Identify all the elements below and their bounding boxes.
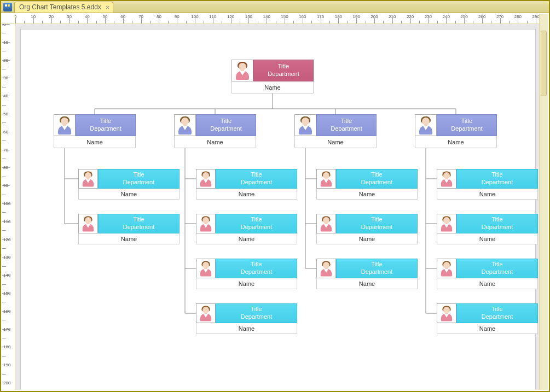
node-name: Name	[437, 323, 538, 334]
node-card: Title Department	[316, 169, 418, 189]
node-photo	[78, 214, 98, 233]
node-department: Department	[451, 125, 482, 133]
work-area: 0102030405060708090100110120130140150160…	[2, 14, 548, 390]
node-card: Title Department	[78, 169, 180, 189]
vertical-ruler: 0102030405060708090100110120130140150160…	[2, 24, 15, 390]
node-title: Title	[491, 216, 502, 224]
org-node[interactable]: Title Department Name	[437, 303, 538, 334]
node-title-box: Title Department	[98, 214, 180, 233]
node-title: Title	[251, 261, 262, 268]
app-icon	[3, 3, 12, 11]
node-title-box: Title Department	[253, 60, 314, 81]
node-card: Title Department	[437, 259, 538, 278]
node-name: Name	[196, 278, 297, 289]
node-name: Name	[316, 233, 418, 244]
org-node[interactable]: Title Department Name	[196, 169, 297, 200]
node-department: Department	[210, 125, 241, 133]
node-title-box: Title Department	[336, 259, 418, 278]
node-photo	[316, 259, 336, 278]
horizontal-ruler: 0102030405060708090100110120130140150160…	[15, 14, 539, 24]
node-title: Title	[221, 118, 231, 125]
node-title: Title	[133, 216, 144, 224]
node-name: Name	[78, 233, 180, 244]
org-node[interactable]: Title Department Name	[437, 214, 538, 244]
node-title-box: Title Department	[456, 214, 538, 233]
org-node[interactable]: Title Department Name	[231, 60, 314, 93]
document-tab[interactable]: Org Chart Templates 5.eddx ×	[14, 2, 113, 13]
org-chart-canvas[interactable]: Title Department Name Title Department N…	[21, 30, 535, 390]
scrollbar-thumb[interactable]	[541, 31, 547, 96]
node-name: Name	[316, 189, 418, 200]
node-name: Name	[437, 233, 538, 244]
org-node[interactable]: Title Department Name	[196, 259, 297, 289]
ruler-corner	[2, 14, 15, 24]
node-photo	[196, 169, 216, 189]
node-title: Title	[133, 171, 144, 179]
node-name: Name	[231, 81, 314, 93]
node-name: Name	[174, 136, 256, 148]
node-title-box: Title Department	[456, 303, 538, 323]
node-title: Title	[278, 63, 289, 71]
node-photo	[174, 114, 196, 136]
avatar-icon	[199, 261, 213, 277]
canvas-viewport[interactable]: Title Department Name Title Department N…	[15, 24, 539, 390]
node-name: Name	[415, 136, 497, 148]
node-title-box: Title Department	[196, 114, 256, 136]
node-department: Department	[241, 268, 272, 276]
avatar-icon	[439, 261, 454, 277]
avatar-icon	[199, 216, 213, 232]
node-name: Name	[294, 136, 377, 148]
node-title: Title	[491, 171, 502, 179]
org-node[interactable]: Title Department Name	[415, 114, 497, 148]
node-name: Name	[196, 233, 297, 244]
avatar-icon	[234, 61, 251, 80]
org-node[interactable]: Title Department Name	[437, 259, 538, 289]
node-photo	[196, 259, 216, 278]
node-name: Name	[437, 278, 538, 289]
node-card: Title Department	[437, 169, 538, 189]
org-node[interactable]: Title Department Name	[196, 214, 297, 244]
node-title-box: Title Department	[456, 169, 538, 189]
avatar-icon	[199, 306, 213, 321]
node-title: Title	[251, 306, 262, 313]
node-photo	[316, 169, 336, 189]
node-title: Title	[100, 118, 111, 125]
node-department: Department	[482, 313, 513, 321]
org-node[interactable]: Title Department Name	[437, 169, 538, 200]
node-card: Title Department	[437, 214, 538, 233]
node-title-box: Title Department	[336, 214, 418, 233]
org-node[interactable]: Title Department Name	[316, 169, 418, 200]
avatar-icon	[81, 171, 95, 187]
node-photo	[437, 303, 456, 323]
avatar-icon	[319, 216, 333, 232]
org-node[interactable]: Title Department Name	[174, 114, 256, 148]
node-card: Title Department	[174, 114, 256, 136]
org-node[interactable]: Title Department Name	[294, 114, 377, 148]
node-department: Department	[361, 224, 392, 231]
node-card: Title Department	[196, 259, 297, 278]
node-title: Title	[491, 306, 502, 313]
node-photo	[437, 169, 456, 189]
avatar-icon	[199, 171, 213, 187]
node-name: Name	[54, 136, 136, 148]
node-title: Title	[341, 118, 352, 125]
avatar-icon	[177, 116, 193, 134]
org-node[interactable]: Title Department Name	[78, 214, 180, 244]
node-card: Title Department	[196, 303, 297, 323]
org-node[interactable]: Title Department Name	[316, 214, 418, 244]
node-photo	[437, 214, 456, 233]
node-title: Title	[371, 171, 382, 179]
node-department: Department	[90, 125, 121, 133]
org-node[interactable]: Title Department Name	[196, 303, 297, 334]
node-department: Department	[241, 313, 272, 321]
org-node[interactable]: Title Department Name	[54, 114, 136, 148]
node-card: Title Department	[437, 303, 538, 323]
node-name: Name	[196, 189, 297, 200]
org-node[interactable]: Title Department Name	[78, 169, 180, 200]
tab-title: Org Chart Templates 5.eddx	[19, 3, 101, 11]
close-icon[interactable]: ×	[106, 4, 110, 11]
org-node[interactable]: Title Department Name	[316, 259, 418, 289]
vertical-scrollbar[interactable]	[539, 14, 548, 390]
node-photo	[294, 114, 316, 136]
node-name: Name	[196, 323, 297, 334]
